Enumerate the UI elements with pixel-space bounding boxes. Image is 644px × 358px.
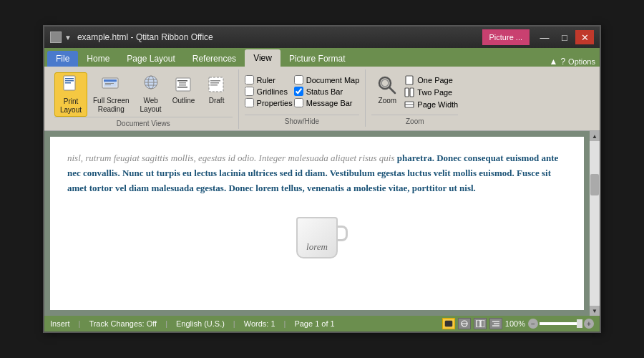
show-hide-content: Ruler Gridlines Properties Document Map — [245, 69, 360, 115]
zoom-slider-thumb[interactable] — [577, 319, 582, 328]
ribbon: PrintLayout Full ScreenReading — [44, 67, 600, 131]
main-window: ▼ example.html - Qtitan Ribbon Office Pi… — [43, 25, 601, 333]
zoom-slider-fill — [540, 322, 582, 325]
tab-view[interactable]: View — [245, 49, 280, 67]
web-layout-label: WebLayout — [140, 97, 162, 114]
tab-page-layout[interactable]: Page Layout — [118, 51, 183, 67]
view-normal-button[interactable] — [442, 318, 455, 329]
ribbon-group-doc-views: PrintLayout Full ScreenReading — [49, 69, 239, 129]
status-page: Page 1 of 1 — [294, 319, 334, 328]
one-page-option[interactable]: One Page — [404, 75, 458, 85]
draft-button[interactable]: Draft — [201, 72, 233, 107]
doc-views-label: Document Views — [54, 117, 233, 129]
zoom-button[interactable]: Zoom — [371, 72, 403, 107]
svg-rect-8 — [105, 84, 111, 85]
statusbar: Insert | Track Changes: Off | English (U… — [44, 316, 600, 332]
web-layout-icon — [140, 74, 162, 97]
print-layout-label: PrintLayout — [60, 97, 82, 115]
zoom-group-label: Zoom — [371, 115, 458, 127]
ruler-checkbox[interactable] — [245, 75, 254, 84]
svg-rect-27 — [405, 88, 409, 97]
zoom-minus-button[interactable]: − — [528, 319, 538, 329]
properties-checkbox[interactable] — [245, 98, 254, 107]
ruler-check[interactable]: Ruler — [245, 75, 293, 84]
options-label[interactable]: Options — [568, 57, 595, 66]
tab-references[interactable]: References — [184, 51, 245, 67]
window-title: example.html - Qtitan Ribbon Office — [77, 32, 482, 42]
web-layout-button[interactable]: WebLayout — [135, 72, 167, 115]
message-bar-checkbox[interactable] — [294, 98, 303, 107]
ribbon-group-zoom: Zoom One Page Two Page — [366, 69, 464, 127]
page-width-option[interactable]: Page Width — [404, 100, 458, 110]
scroll-track[interactable] — [590, 141, 600, 306]
svg-rect-20 — [210, 80, 220, 82]
outline-icon — [172, 74, 195, 97]
svg-rect-18 — [177, 87, 187, 88]
picture-popup[interactable]: Picture ... — [482, 29, 530, 45]
mug-area: lorem — [288, 201, 346, 258]
tabbar: File Home Page Layout References View Pi… — [44, 48, 600, 67]
doc-views-content: PrintLayout Full ScreenReading — [54, 69, 233, 117]
status-bar-checkbox[interactable] — [294, 87, 303, 96]
one-page-icon — [404, 75, 414, 85]
two-page-option[interactable]: Two Page — [404, 87, 458, 97]
maximize-button[interactable]: □ — [555, 30, 574, 44]
print-layout-button[interactable]: PrintLayout — [54, 72, 87, 117]
document-text: nisl, rutrum feugiat sagittis mollis, eg… — [67, 151, 567, 195]
zoom-group-content: Zoom One Page Two Page — [371, 69, 458, 115]
svg-rect-26 — [406, 76, 413, 84]
view-full-button[interactable] — [474, 318, 487, 329]
document-map-check[interactable]: Document Map — [294, 75, 360, 84]
document-area: nisl, rutrum feugiat sagittis mollis, eg… — [44, 131, 600, 316]
scroll-up-arrow[interactable]: ▲ — [590, 131, 600, 141]
mug-text: lorem — [306, 241, 328, 253]
status-language: English (U.S.) — [176, 319, 225, 328]
svg-rect-1 — [65, 78, 74, 79]
message-bar-check[interactable]: Message Bar — [294, 98, 360, 107]
tab-file[interactable]: File — [47, 51, 78, 67]
svg-rect-35 — [481, 320, 484, 327]
view-web-button[interactable] — [458, 318, 471, 329]
close-button[interactable]: ✕ — [575, 30, 594, 44]
titlebar-arrow: ▼ — [64, 34, 72, 42]
view-outline-button[interactable] — [489, 318, 502, 329]
scroll-down-arrow[interactable]: ▼ — [590, 306, 600, 316]
gridlines-check[interactable]: Gridlines — [245, 87, 293, 96]
tab-home[interactable]: Home — [78, 51, 118, 67]
show-hide-checks-2: Document Map Status Bar Message Bar — [294, 72, 360, 107]
document-map-checkbox[interactable] — [294, 75, 303, 84]
svg-rect-7 — [105, 83, 114, 84]
help-icon[interactable]: ▲ — [550, 57, 558, 67]
svg-rect-15 — [177, 80, 187, 82]
svg-rect-16 — [179, 82, 186, 84]
options-icon[interactable]: ? — [560, 57, 565, 67]
outline-button[interactable]: Outline — [168, 72, 200, 107]
mug: lorem — [296, 217, 338, 258]
zoom-plus-button[interactable]: + — [584, 319, 594, 329]
svg-rect-28 — [410, 88, 414, 97]
status-bar-check[interactable]: Status Bar — [294, 87, 360, 96]
scrollbar: ▲ ▼ — [590, 131, 600, 316]
minimize-button[interactable]: — — [535, 30, 554, 44]
scroll-thumb[interactable] — [590, 174, 599, 195]
svg-rect-17 — [179, 84, 186, 86]
mug-body: lorem — [296, 217, 338, 258]
svg-rect-6 — [104, 79, 117, 82]
ribbon-group-show-hide: Ruler Gridlines Properties Document Map — [239, 69, 366, 127]
status-words: Words: 1 — [244, 319, 275, 328]
full-screen-button[interactable]: Full ScreenReading — [89, 72, 134, 115]
zoom-slider[interactable] — [540, 322, 582, 325]
status-insert: Insert — [50, 319, 70, 328]
full-screen-icon — [99, 74, 122, 97]
zoom-bar: − + — [528, 319, 594, 329]
doc-text-start: nisl, rutrum feugiat sagittis mollis, eg… — [67, 153, 397, 163]
tab-picture-format[interactable]: Picture Format — [280, 51, 354, 67]
full-screen-label: Full ScreenReading — [93, 97, 130, 114]
titlebar: ▼ example.html - Qtitan Ribbon Office Pi… — [44, 26, 600, 48]
two-page-icon — [404, 87, 414, 97]
tabbar-right: ▲ ? Options — [550, 57, 600, 67]
gridlines-checkbox[interactable] — [245, 87, 254, 96]
show-hide-label: Show/Hide — [245, 115, 360, 127]
properties-check[interactable]: Properties — [245, 98, 293, 107]
zoom-level: 100% — [505, 319, 525, 328]
